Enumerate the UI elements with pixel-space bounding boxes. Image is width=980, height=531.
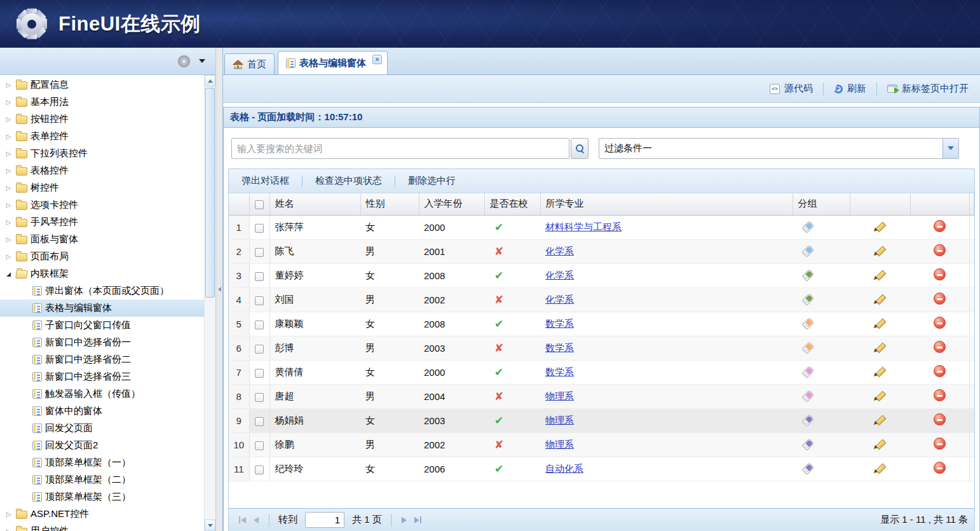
tree-leaf[interactable]: 顶部菜单框架（一）	[0, 454, 204, 471]
column-header-delete[interactable]	[910, 193, 969, 215]
delete-icon[interactable]	[934, 413, 946, 425]
expander-icon[interactable]: ▷	[4, 133, 13, 140]
tree-leaf[interactable]: 回发父页面2	[0, 437, 204, 454]
tree-folder[interactable]: ▷面板与窗体	[0, 231, 204, 248]
tree-folder[interactable]: ▷树控件	[0, 179, 204, 197]
expander-icon[interactable]: ▷	[4, 219, 13, 226]
next-page-button[interactable]	[400, 516, 408, 525]
open-new-tab-button[interactable]: 新标签页中打开	[885, 80, 971, 97]
row-checkbox[interactable]	[255, 345, 264, 354]
table-row[interactable]: 5康颖颖女2008✔数学系	[229, 312, 974, 336]
table-row[interactable]: 3董婷婷女2008✔化学系	[229, 263, 974, 287]
delete-icon[interactable]	[934, 268, 946, 280]
row-checkbox[interactable]	[255, 369, 264, 378]
filter-dropdown[interactable]: 过滤条件一	[599, 138, 959, 159]
table-row[interactable]: 11纪玲玲女2006✔自动化系	[229, 457, 974, 481]
collapse-expander-icon[interactable]: ◢	[4, 271, 13, 277]
edit-icon[interactable]	[874, 438, 887, 450]
sidebar-scrollbar[interactable]	[204, 75, 215, 531]
table-row[interactable]: 10徐鹏男2002✘物理系	[229, 432, 974, 457]
table-row[interactable]: 7黄倩倩女2000✔数学系	[229, 360, 974, 384]
expander-icon[interactable]: ▷	[4, 184, 13, 191]
table-row[interactable]: 9杨娟娟女2003✔物理系	[229, 408, 974, 432]
tree-leaf[interactable]: 顶部菜单框架（二）	[0, 471, 204, 488]
delete-icon[interactable]	[934, 220, 946, 232]
expander-icon[interactable]: ▷	[4, 511, 13, 518]
table-row[interactable]: 1张萍萍女2000✔材料科学与工程系	[229, 215, 974, 239]
expander-icon[interactable]: ▷	[4, 528, 13, 531]
expander-icon[interactable]: ▷	[4, 253, 13, 260]
column-header-at-school[interactable]: 是否在校	[484, 193, 540, 215]
expander-icon[interactable]: ▷	[4, 116, 13, 123]
tree-folder[interactable]: ▷页面布局	[0, 248, 204, 265]
splitter[interactable]	[216, 48, 222, 531]
edit-icon[interactable]	[874, 220, 887, 233]
tree-leaf[interactable]: 窗体中的窗体	[0, 403, 204, 420]
column-header-group[interactable]: 分组	[793, 193, 850, 215]
tree-folder[interactable]: ▷下拉列表控件	[0, 145, 204, 162]
tab-home[interactable]: 首页	[224, 53, 275, 75]
tree-folder[interactable]: ▷ASP.NET控件	[0, 506, 204, 523]
table-row[interactable]: 6彭博男2003✘数学系	[229, 336, 974, 360]
major-link[interactable]: 化学系	[545, 294, 574, 305]
page-number-input[interactable]	[305, 512, 344, 528]
expander-icon[interactable]: ▷	[4, 236, 13, 243]
prev-page-button[interactable]	[252, 516, 260, 525]
row-checkbox[interactable]	[255, 272, 264, 281]
scrollbar-thumb[interactable]	[205, 88, 215, 298]
scroll-up-button[interactable]	[205, 75, 215, 86]
delete-icon[interactable]	[934, 293, 946, 305]
tree-leaf[interactable]: 新窗口中选择省份三	[0, 368, 204, 385]
row-checkbox[interactable]	[255, 417, 264, 426]
delete-icon[interactable]	[934, 389, 946, 401]
edit-icon[interactable]	[874, 413, 887, 426]
major-link[interactable]: 化学系	[545, 270, 574, 280]
tree-folder[interactable]: ▷用户控件	[0, 523, 204, 531]
row-checkbox[interactable]	[255, 224, 264, 233]
delete-icon[interactable]	[934, 462, 946, 474]
refresh-button[interactable]: 刷新	[831, 80, 869, 97]
edit-icon[interactable]	[874, 293, 887, 305]
close-icon[interactable]: ×	[372, 55, 382, 64]
scroll-down-button[interactable]	[205, 520, 215, 531]
table-row[interactable]: 4刘国男2002✘化学系	[229, 287, 974, 312]
tree-leaf[interactable]: 新窗口中选择省份二	[0, 351, 204, 368]
edit-icon[interactable]	[874, 365, 887, 378]
tree-leaf[interactable]: 新窗口中选择省份一	[0, 334, 204, 351]
expander-icon[interactable]: ▷	[4, 202, 13, 209]
edit-icon[interactable]	[874, 244, 887, 257]
tree-leaf[interactable]: 触发器输入框（传值）	[0, 385, 204, 403]
edit-icon[interactable]	[874, 317, 887, 329]
caret-down-icon[interactable]	[199, 59, 205, 63]
select-all-header[interactable]	[249, 193, 269, 215]
check-selection-button[interactable]: 检查选中项状态	[303, 169, 395, 193]
major-link[interactable]: 数学系	[545, 342, 574, 353]
tree-folder-expanded[interactable]: ◢内联框架	[0, 265, 204, 282]
settings-gear-icon[interactable]	[177, 55, 190, 67]
tree-folder[interactable]: ▷配置信息	[0, 76, 204, 93]
tree-folder[interactable]: ▷手风琴控件	[0, 214, 204, 231]
major-link[interactable]: 数学系	[545, 366, 574, 377]
search-button[interactable]	[571, 138, 589, 159]
delete-icon[interactable]	[934, 438, 946, 450]
delete-icon[interactable]	[934, 244, 946, 256]
tree-folder[interactable]: ▷表格控件	[0, 162, 204, 179]
edit-icon[interactable]	[874, 462, 887, 474]
source-code-button[interactable]: <> 源代码	[767, 80, 815, 97]
table-row[interactable]: 8唐超男2004✘物理系	[229, 384, 974, 408]
select-all-checkbox[interactable]	[255, 200, 264, 209]
tree-leaf[interactable]: 顶部菜单框架（三）	[0, 488, 204, 506]
tree-folder[interactable]: ▷按钮控件	[0, 111, 204, 128]
delete-icon[interactable]	[934, 365, 946, 377]
edit-icon[interactable]	[874, 268, 887, 281]
column-header-name[interactable]: 姓名	[269, 193, 360, 215]
row-checkbox[interactable]	[255, 321, 264, 329]
tree-leaf[interactable]: 回发父页面	[0, 420, 204, 437]
tab-grid-edit-window[interactable]: 表格与编辑窗体 ×	[278, 51, 388, 75]
column-header-year[interactable]: 入学年份	[419, 193, 484, 215]
tree-folder[interactable]: ▷基本用法	[0, 93, 204, 111]
row-checkbox[interactable]	[255, 248, 264, 257]
major-link[interactable]: 化学系	[545, 245, 574, 256]
tree-leaf[interactable]: 子窗口向父窗口传值	[0, 317, 204, 334]
column-header-gender[interactable]: 性别	[360, 193, 419, 215]
